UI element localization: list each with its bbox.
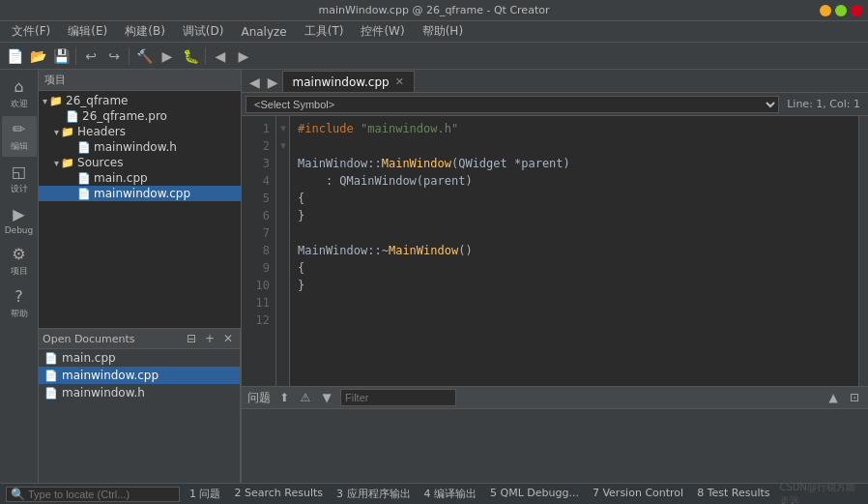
menu-item-analyze[interactable]: Analyze: [233, 23, 294, 41]
doc-label-main.cpp: main.cpp: [62, 351, 116, 365]
tree-label-sources: Sources: [77, 156, 123, 169]
status-tab-8-test-results[interactable]: 8 Test Results: [691, 486, 775, 502]
status-tab-5-qml-debugg...[interactable]: 5 QML Debugg...: [484, 486, 585, 502]
welcome-icon: ⌂: [14, 77, 23, 96]
fold-marker-8[interactable]: ▾: [276, 137, 290, 155]
menu-item-e[interactable]: 编辑(E): [60, 21, 115, 42]
toolbar-sep-1: [75, 47, 76, 65]
doc-item-mainwindow_h[interactable]: 📄 mainwindow.h: [39, 384, 240, 401]
toolbar-debug[interactable]: 🐛: [180, 45, 201, 67]
issues-expand-icon[interactable]: ▲: [825, 390, 841, 405]
status-tab-2-search-results[interactable]: 2 Search Results: [229, 486, 330, 502]
line-num-11: 11: [249, 294, 270, 311]
open-docs-header: Open Documents ⊟ + ✕: [39, 329, 240, 349]
open-docs-split-icon[interactable]: ⊟: [184, 331, 199, 346]
toolbar-save[interactable]: 💾: [50, 45, 72, 67]
toolbar-back[interactable]: ◀: [210, 45, 231, 67]
editor-forward-btn[interactable]: ▶: [264, 73, 282, 92]
project-header-label: 项目: [44, 73, 66, 87]
code-container: 123456789101112 ▾▾ #include "mainwindow.…: [242, 116, 868, 386]
sidebar-item-project[interactable]: ⚙ 项目: [2, 241, 37, 282]
tree-icon-mainwindow_cpp: 📄: [77, 188, 91, 200]
menu-item-w[interactable]: 控件(W): [353, 21, 412, 42]
doc-item-mainwindow_cpp[interactable]: 📄 mainwindow.cpp: [39, 367, 240, 384]
issues-filter-icon[interactable]: ▼: [319, 390, 334, 405]
toolbar-undo[interactable]: ↩: [80, 45, 101, 67]
toolbar-open[interactable]: 📂: [27, 45, 48, 67]
menu-item-t[interactable]: 工具(T): [297, 21, 352, 42]
vertical-scrollbar[interactable]: [858, 116, 868, 386]
tree-item-mainwindow_cpp[interactable]: 📄 mainwindow.cpp: [39, 186, 241, 201]
sidebar-item-design[interactable]: ◱ 设计: [2, 159, 37, 199]
line-num-2: 2: [249, 137, 270, 155]
toolbar-new[interactable]: 📄: [4, 45, 25, 67]
locate-input[interactable]: [28, 489, 163, 500]
line-num-4: 4: [249, 172, 270, 190]
status-search[interactable]: 🔍: [6, 487, 180, 502]
code-line-11: [298, 294, 851, 311]
sidebar-item-welcome[interactable]: ⌂ 欢迎: [2, 74, 37, 114]
sidebar-item-help[interactable]: ? 帮助: [2, 283, 37, 324]
editor-back-btn[interactable]: ◀: [246, 73, 264, 92]
issues-panel: 问题 ⬆ ⚠ ▼ ▲ ⊡: [242, 386, 868, 483]
issues-warning-icon[interactable]: ⚠: [298, 390, 313, 405]
status-tab-3-应用程序输出[interactable]: 3 应用程序输出: [331, 486, 417, 502]
sidebar-item-debug[interactable]: ▶ Debug: [2, 201, 37, 239]
tree-icon-pro: 📄: [66, 110, 79, 123]
editor-tab-mainwindow-cpp[interactable]: mainwindow.cpp ✕: [282, 71, 415, 92]
minimize-button[interactable]: [820, 5, 831, 16]
toolbar-redo[interactable]: ↪: [103, 45, 125, 67]
tree-item-mainwindow_h[interactable]: 📄 mainwindow.h: [39, 139, 241, 155]
close-button[interactable]: [851, 5, 862, 16]
toolbar-build[interactable]: 🔨: [133, 45, 155, 67]
tree-label-mainwindow_cpp: mainwindow.cpp: [94, 187, 190, 200]
issues-detach-icon[interactable]: ⊡: [847, 390, 862, 405]
tree-item-sources[interactable]: ▾ 📁 Sources: [39, 155, 241, 170]
issues-send-icon[interactable]: ⬆: [276, 390, 292, 405]
status-tab-4-编译输出[interactable]: 4 编译输出: [419, 486, 483, 502]
toolbar-sep-3: [205, 47, 206, 65]
code-line-7: [298, 224, 851, 242]
doc-item-main_cpp[interactable]: 📄 main.cpp: [39, 349, 240, 367]
doc-list[interactable]: 📄 main.cpp 📄 mainwindow.cpp 📄 mainwindow…: [39, 349, 240, 483]
maximize-button[interactable]: [835, 5, 847, 16]
tree-item-root[interactable]: ▾ 📁 26_qframe: [39, 93, 241, 108]
tree-item-headers[interactable]: ▾ 📁 Headers: [39, 124, 241, 139]
line-num-8: 8: [249, 242, 270, 259]
code-content[interactable]: #include "mainwindow.h" MainWindow::Main…: [290, 116, 858, 386]
doc-label-mainwindow.cpp: mainwindow.cpp: [62, 369, 159, 382]
sidebar-item-edit[interactable]: ✏ 编辑: [2, 116, 37, 157]
tree-arrow-sources: ▾: [54, 158, 59, 168]
menu-item-b[interactable]: 构建(B): [117, 21, 173, 42]
code-line-1: #include "mainwindow.h": [298, 120, 851, 137]
toolbar-sep-2: [129, 47, 130, 65]
tree-label-mainwindow_h: mainwindow.h: [94, 140, 177, 154]
code-line-3: MainWindow::MainWindow(QWidget *parent): [298, 155, 851, 172]
code-line-4: : QMainWindow(parent): [298, 172, 851, 190]
open-docs-add-icon[interactable]: +: [202, 331, 217, 346]
fold-marker-4[interactable]: ▾: [276, 120, 290, 137]
editor-tab-bar: ◀ ▶ mainwindow.cpp ✕: [242, 70, 868, 93]
status-tab-1-问题[interactable]: 1 问题: [184, 486, 227, 502]
tree-item-pro[interactable]: 📄 26_qframe.pro: [39, 108, 241, 124]
menu-item-f[interactable]: 文件(F): [4, 21, 58, 42]
toolbar-forward[interactable]: ▶: [233, 45, 254, 67]
line-num-6: 6: [249, 207, 270, 224]
project-icon: ⚙: [12, 245, 25, 263]
code-line-10: }: [298, 277, 851, 294]
status-tabs: 1 问题2 Search Results3 应用程序输出4 编译输出5 QML …: [184, 486, 776, 502]
line-num-3: 3: [249, 155, 270, 172]
open-docs-close-icon[interactable]: ✕: [220, 331, 236, 346]
issues-filter-input[interactable]: [340, 389, 456, 406]
toolbar-run[interactable]: ▶: [157, 45, 178, 67]
menu-item-h[interactable]: 帮助(H): [415, 21, 471, 42]
menu-item-d[interactable]: 调试(D): [175, 21, 232, 42]
symbol-select[interactable]: <Select Symbol>: [246, 96, 779, 113]
left-panel: 项目 ▾ 📁 26_qframe 📄 26_qframe.pro ▾ 📁 Hea…: [39, 70, 242, 483]
tree-label-headers: Headers: [77, 125, 126, 138]
left-sidebar: ⌂ 欢迎 ✏ 编辑 ◱ 设计 ▶ Debug ⚙ 项目 ? 帮助: [0, 70, 39, 483]
project-tree[interactable]: ▾ 📁 26_qframe 📄 26_qframe.pro ▾ 📁 Header…: [39, 91, 241, 328]
tab-close-icon[interactable]: ✕: [395, 75, 404, 88]
tree-item-main_cpp[interactable]: 📄 main.cpp: [39, 170, 241, 186]
status-tab-7-version-control[interactable]: 7 Version Control: [587, 486, 689, 502]
